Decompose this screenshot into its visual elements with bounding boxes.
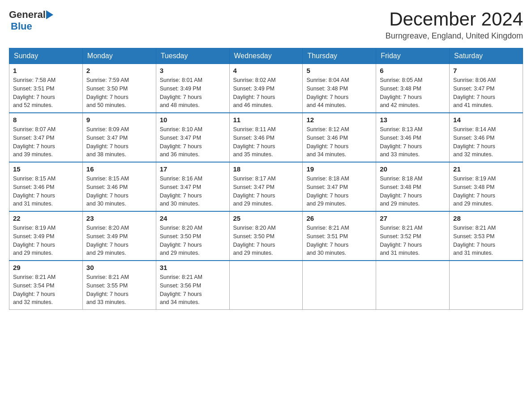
day-info: Sunrise: 8:20 AM Sunset: 3:49 PM Dayligh… (86, 224, 152, 257)
day-number: 4 (233, 67, 299, 74)
calendar-day-cell: 2Sunrise: 7:59 AM Sunset: 3:50 PM Daylig… (82, 64, 156, 113)
day-info: Sunrise: 7:58 AM Sunset: 3:51 PM Dayligh… (13, 76, 79, 110)
day-info: Sunrise: 8:02 AM Sunset: 3:49 PM Dayligh… (233, 76, 299, 110)
calendar-day-cell: 20Sunrise: 8:18 AM Sunset: 3:48 PM Dayli… (376, 162, 450, 211)
calendar-header-row: SundayMondayTuesdayWednesdayThursdayFrid… (9, 48, 523, 64)
calendar-day-cell: 1Sunrise: 7:58 AM Sunset: 3:51 PM Daylig… (9, 64, 83, 113)
calendar-day-cell (229, 261, 303, 310)
day-number: 18 (233, 165, 299, 173)
day-of-week-header: Saturday (450, 48, 523, 64)
calendar-day-cell: 5Sunrise: 8:04 AM Sunset: 3:48 PM Daylig… (303, 64, 376, 113)
day-number: 3 (160, 67, 226, 74)
calendar-day-cell: 7Sunrise: 8:06 AM Sunset: 3:47 PM Daylig… (450, 64, 523, 113)
day-number: 2 (86, 67, 152, 74)
calendar-day-cell: 31Sunrise: 8:21 AM Sunset: 3:56 PM Dayli… (156, 261, 229, 310)
day-of-week-header: Sunday (9, 48, 83, 64)
logo-blue-text: Blue (11, 21, 54, 32)
day-info: Sunrise: 8:21 AM Sunset: 3:51 PM Dayligh… (306, 224, 372, 257)
calendar-table: SundayMondayTuesdayWednesdayThursdayFrid… (9, 48, 523, 310)
day-number: 26 (306, 214, 372, 222)
calendar-day-cell: 6Sunrise: 8:05 AM Sunset: 3:48 PM Daylig… (376, 64, 450, 113)
location-text: Burngreave, England, United Kingdom (386, 31, 523, 41)
day-info: Sunrise: 8:18 AM Sunset: 3:48 PM Dayligh… (380, 175, 446, 208)
day-info: Sunrise: 7:59 AM Sunset: 3:50 PM Dayligh… (86, 76, 152, 110)
day-number: 8 (13, 116, 79, 124)
calendar-day-cell: 19Sunrise: 8:18 AM Sunset: 3:47 PM Dayli… (303, 162, 376, 211)
day-of-week-header: Tuesday (156, 48, 229, 64)
calendar-day-cell: 15Sunrise: 8:15 AM Sunset: 3:46 PM Dayli… (9, 162, 83, 211)
calendar-week-row: 1Sunrise: 7:58 AM Sunset: 3:51 PM Daylig… (9, 64, 523, 113)
day-info: Sunrise: 8:20 AM Sunset: 3:50 PM Dayligh… (160, 224, 226, 257)
calendar-day-cell: 13Sunrise: 8:13 AM Sunset: 3:46 PM Dayli… (376, 113, 450, 162)
day-info: Sunrise: 8:05 AM Sunset: 3:48 PM Dayligh… (380, 76, 446, 110)
day-info: Sunrise: 8:21 AM Sunset: 3:52 PM Dayligh… (380, 224, 446, 257)
day-info: Sunrise: 8:12 AM Sunset: 3:46 PM Dayligh… (306, 125, 372, 159)
day-info: Sunrise: 8:21 AM Sunset: 3:53 PM Dayligh… (453, 224, 519, 257)
calendar-day-cell: 4Sunrise: 8:02 AM Sunset: 3:49 PM Daylig… (229, 64, 303, 113)
day-info: Sunrise: 8:16 AM Sunset: 3:47 PM Dayligh… (160, 175, 226, 208)
day-info: Sunrise: 8:06 AM Sunset: 3:47 PM Dayligh… (453, 76, 519, 110)
day-of-week-header: Thursday (303, 48, 376, 64)
day-number: 22 (13, 214, 79, 222)
calendar-day-cell: 21Sunrise: 8:19 AM Sunset: 3:48 PM Dayli… (450, 162, 523, 211)
day-number: 27 (380, 214, 446, 222)
day-info: Sunrise: 8:11 AM Sunset: 3:46 PM Dayligh… (233, 125, 299, 159)
calendar-week-row: 15Sunrise: 8:15 AM Sunset: 3:46 PM Dayli… (9, 162, 523, 211)
day-number: 14 (453, 116, 519, 124)
day-number: 28 (453, 214, 519, 222)
title-section: December 2024 Burngreave, England, Unite… (386, 9, 523, 41)
day-number: 15 (13, 165, 79, 173)
day-number: 11 (233, 116, 299, 124)
calendar-day-cell: 24Sunrise: 8:20 AM Sunset: 3:50 PM Dayli… (156, 211, 229, 261)
day-number: 31 (160, 264, 226, 271)
day-number: 20 (380, 165, 446, 173)
calendar-day-cell: 29Sunrise: 8:21 AM Sunset: 3:54 PM Dayli… (9, 261, 83, 310)
day-number: 24 (160, 214, 226, 222)
day-info: Sunrise: 8:14 AM Sunset: 3:46 PM Dayligh… (453, 125, 519, 159)
calendar-day-cell: 11Sunrise: 8:11 AM Sunset: 3:46 PM Dayli… (229, 113, 303, 162)
calendar-day-cell: 16Sunrise: 8:15 AM Sunset: 3:46 PM Dayli… (82, 162, 156, 211)
day-number: 9 (86, 116, 152, 124)
day-info: Sunrise: 8:20 AM Sunset: 3:50 PM Dayligh… (233, 224, 299, 257)
day-info: Sunrise: 8:01 AM Sunset: 3:49 PM Dayligh… (160, 76, 226, 110)
day-info: Sunrise: 8:04 AM Sunset: 3:48 PM Dayligh… (306, 76, 372, 110)
calendar-day-cell (376, 261, 450, 310)
calendar-day-cell: 25Sunrise: 8:20 AM Sunset: 3:50 PM Dayli… (229, 211, 303, 261)
day-number: 10 (160, 116, 226, 124)
day-number: 1 (13, 67, 79, 74)
day-number: 16 (86, 165, 152, 173)
day-number: 25 (233, 214, 299, 222)
logo: General Blue (9, 9, 54, 32)
day-info: Sunrise: 8:13 AM Sunset: 3:46 PM Dayligh… (380, 125, 446, 159)
calendar-day-cell: 30Sunrise: 8:21 AM Sunset: 3:55 PM Dayli… (82, 261, 156, 310)
day-of-week-header: Friday (376, 48, 450, 64)
day-info: Sunrise: 8:17 AM Sunset: 3:47 PM Dayligh… (233, 175, 299, 208)
day-of-week-header: Wednesday (229, 48, 303, 64)
logo-general-text: General (9, 9, 46, 21)
calendar-day-cell: 18Sunrise: 8:17 AM Sunset: 3:47 PM Dayli… (229, 162, 303, 211)
day-number: 5 (306, 67, 372, 74)
day-of-week-header: Monday (82, 48, 156, 64)
calendar-day-cell: 27Sunrise: 8:21 AM Sunset: 3:52 PM Dayli… (376, 211, 450, 261)
day-number: 6 (380, 67, 446, 74)
day-info: Sunrise: 8:15 AM Sunset: 3:46 PM Dayligh… (13, 175, 79, 208)
day-number: 30 (86, 264, 152, 271)
calendar-day-cell: 12Sunrise: 8:12 AM Sunset: 3:46 PM Dayli… (303, 113, 376, 162)
calendar-day-cell: 17Sunrise: 8:16 AM Sunset: 3:47 PM Dayli… (156, 162, 229, 211)
day-info: Sunrise: 8:21 AM Sunset: 3:55 PM Dayligh… (86, 273, 152, 307)
day-number: 19 (306, 165, 372, 173)
page-header: General Blue December 2024 Burngreave, E… (9, 9, 523, 41)
day-info: Sunrise: 8:21 AM Sunset: 3:54 PM Dayligh… (13, 273, 79, 307)
day-number: 29 (13, 264, 79, 271)
calendar-day-cell: 14Sunrise: 8:14 AM Sunset: 3:46 PM Dayli… (450, 113, 523, 162)
calendar-day-cell: 28Sunrise: 8:21 AM Sunset: 3:53 PM Dayli… (450, 211, 523, 261)
day-info: Sunrise: 8:18 AM Sunset: 3:47 PM Dayligh… (306, 175, 372, 208)
calendar-day-cell: 22Sunrise: 8:19 AM Sunset: 3:49 PM Dayli… (9, 211, 83, 261)
day-info: Sunrise: 8:09 AM Sunset: 3:47 PM Dayligh… (86, 125, 152, 159)
day-info: Sunrise: 8:07 AM Sunset: 3:47 PM Dayligh… (13, 125, 79, 159)
day-info: Sunrise: 8:19 AM Sunset: 3:48 PM Dayligh… (453, 175, 519, 208)
calendar-day-cell: 9Sunrise: 8:09 AM Sunset: 3:47 PM Daylig… (82, 113, 156, 162)
day-info: Sunrise: 8:15 AM Sunset: 3:46 PM Dayligh… (86, 175, 152, 208)
calendar-day-cell: 26Sunrise: 8:21 AM Sunset: 3:51 PM Dayli… (303, 211, 376, 261)
day-number: 12 (306, 116, 372, 124)
